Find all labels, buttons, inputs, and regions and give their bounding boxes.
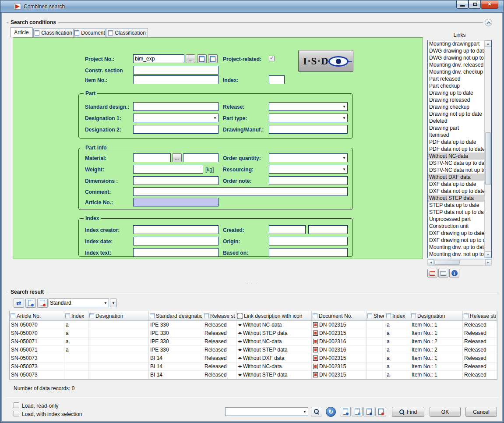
links-list-item[interactable]: DXF drawing not up to date (428, 237, 484, 244)
created-input-1[interactable] (269, 225, 306, 234)
links-list-item[interactable]: Drawing checkup (428, 103, 484, 110)
dropdown-arrow-icon[interactable]: ▼ (213, 116, 217, 121)
project-no-input[interactable] (133, 54, 184, 63)
dropdown-arrow-icon[interactable]: ▼ (342, 167, 346, 172)
links-list-item[interactable]: DXF data not up to date (428, 188, 484, 195)
links-list-item[interactable]: Part checkup (428, 82, 484, 89)
links-list-item[interactable]: Mounting drawingpart (428, 40, 484, 47)
result-row[interactable]: SN-050073BI 14Released◀▶Without NC-dataD… (10, 363, 497, 371)
result-row[interactable]: SN-050073BI 14Released◀▶Without DXF data… (10, 354, 497, 363)
result-row[interactable]: SN-050073BI 14Released◀▶Without STEP dat… (10, 371, 497, 379)
links-list-item[interactable]: PDF data not up to date (428, 146, 484, 153)
advanced-search-button[interactable] (311, 407, 322, 416)
drawing-manuf-input[interactable] (269, 125, 348, 134)
links-list[interactable]: ▲ ▼ Mounting drawingpartDWG drawing up t… (427, 40, 492, 258)
links-list-item[interactable]: Without STEP data (428, 195, 484, 202)
links-list-item[interactable]: Mounting drw. checkup (428, 68, 484, 75)
standard-design-input[interactable] (133, 102, 219, 111)
refresh-results-button[interactable]: ⇄ (14, 298, 24, 308)
dropdown-arrow-icon[interactable]: ▼ (342, 105, 346, 109)
dropdown-arrow-icon[interactable]: ▼ (342, 156, 346, 160)
material-input-1[interactable] (133, 153, 171, 162)
links-list-item[interactable]: Without NC-data (428, 153, 484, 160)
project-info-button[interactable] (197, 54, 207, 63)
links-list-item[interactable]: Unprocessed part (428, 216, 484, 223)
links-list-item[interactable]: Construction unit (428, 223, 484, 230)
created-input-2[interactable] (308, 225, 348, 234)
links-list-item[interactable]: Mounting drw. up to date (428, 244, 484, 251)
index-text-input[interactable] (133, 248, 219, 257)
column-header-article_no[interactable]: Article No. (10, 311, 64, 321)
links-list-item[interactable]: DXF drawing up to date (428, 230, 484, 237)
constr-section-input[interactable] (133, 66, 219, 75)
doc-export-button[interactable] (375, 407, 386, 416)
quick-search-combo[interactable]: ▼ (225, 407, 308, 416)
links-list-item[interactable]: Drawing released (428, 96, 484, 103)
minimize-button[interactable] (456, 0, 469, 9)
scroll-right-button[interactable]: ► (485, 259, 491, 265)
index-input[interactable] (269, 75, 285, 84)
release-combo[interactable]: ▼ (269, 102, 348, 111)
result-row[interactable]: SN-050070aIPE 330Released◀▶Without STEP … (10, 329, 497, 338)
article-no-input[interactable] (133, 198, 219, 206)
title-bar[interactable]: Combined search × (0, 0, 504, 13)
links-list-item[interactable]: Itemised (428, 132, 484, 139)
links-list-item[interactable]: STEP data not up to date (428, 209, 484, 216)
scroll-up-button[interactable]: ▲ (485, 40, 491, 47)
part-type-combo[interactable]: ▼ (269, 114, 348, 122)
links-list-item[interactable]: STEP data up to date (428, 202, 484, 209)
column-header-standard_designation[interactable]: Standard designation (149, 311, 203, 321)
links-list-item[interactable]: Mounting drw. released (428, 61, 484, 68)
material-browse-button[interactable]: ... (172, 153, 182, 162)
links-info-button[interactable]: i (449, 269, 459, 277)
tab-article[interactable]: Article (10, 27, 33, 37)
column-header-document_no[interactable]: Document No. (312, 311, 367, 321)
tab-classification-document[interactable]: Classification (106, 28, 148, 37)
find-button[interactable]: Find (392, 407, 424, 417)
based-on-input[interactable] (269, 248, 348, 257)
links-list-item[interactable]: Drawing part (428, 124, 484, 132)
ok-button[interactable]: OK (430, 407, 461, 417)
load-readonly-checkbox[interactable] (14, 402, 19, 408)
comment-input[interactable] (133, 187, 348, 196)
result-row[interactable]: SN-050070aIPE 330Released◀▶Without NC-da… (10, 321, 497, 329)
view-select-value[interactable] (50, 299, 102, 306)
links-list-item[interactable]: DSTV-NC data not up to date (428, 167, 484, 174)
designation2-input[interactable] (133, 125, 219, 134)
scroll-down-button[interactable]: ▼ (485, 251, 491, 258)
cancel-button[interactable]: Cancel (465, 407, 497, 417)
scroll-thumb[interactable] (485, 132, 491, 185)
load-index-checkbox[interactable] (14, 411, 19, 416)
result-row[interactable]: SN-050071aIPE 330Released◀▶Without NC-da… (10, 338, 497, 346)
dropdown-arrow-icon[interactable]: ▼ (104, 301, 107, 306)
column-header-sheet[interactable]: Sheet (367, 311, 385, 321)
links-list-item[interactable]: Deleted (428, 117, 484, 124)
material-input-2[interactable] (183, 153, 219, 162)
links-list-item[interactable]: DWG drawing not up to date (428, 54, 484, 61)
column-header-designation[interactable]: Designation (88, 311, 149, 321)
column-header-index2[interactable]: Index (385, 311, 410, 321)
order-note-input[interactable] (269, 176, 348, 185)
doc-transfer-button[interactable] (340, 407, 351, 416)
column-header-release_status2[interactable]: Release status (463, 311, 497, 321)
tab-classification-article[interactable]: Classification (33, 28, 74, 37)
maximize-button[interactable] (469, 0, 481, 9)
weight-input[interactable] (133, 165, 203, 174)
index-date-input[interactable] (133, 237, 219, 245)
project-select-button[interactable] (208, 54, 218, 63)
index-creator-input[interactable] (133, 225, 219, 234)
doc-view-button[interactable] (363, 407, 374, 416)
links-list-item[interactable]: DXF data up to date (428, 181, 484, 188)
column-header-link_description[interactable]: Link description with icon (236, 311, 312, 321)
resourcing-combo[interactable]: ▼ (269, 165, 348, 174)
links-list-item[interactable]: DWG drawing up to date (428, 47, 484, 54)
project-related-checkbox[interactable]: ✓ (269, 56, 275, 61)
links-list-item[interactable]: DSTV-NC data up to date (428, 160, 484, 167)
doc-new-button[interactable] (352, 407, 363, 416)
links-list-item[interactable]: Without DXF data (428, 174, 484, 181)
links-grid-red-button[interactable] (427, 269, 437, 277)
item-no-input[interactable] (133, 75, 219, 84)
reload-button[interactable]: ↻ (326, 407, 336, 417)
collapse-section-button[interactable] (485, 19, 492, 26)
links-list-item[interactable]: PDF data up to date (428, 139, 484, 146)
